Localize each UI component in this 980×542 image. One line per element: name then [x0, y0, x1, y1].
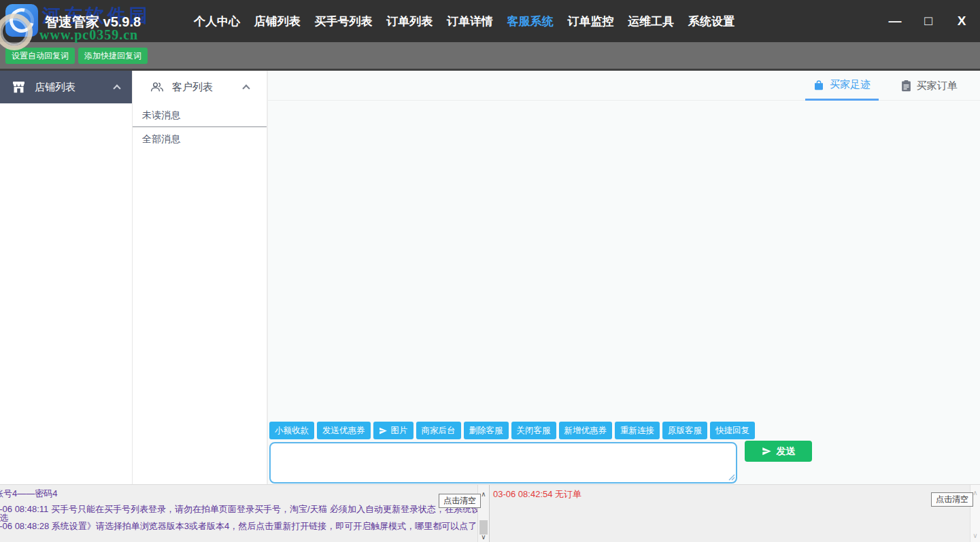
shop-list-header[interactable]: 店铺列表: [0, 71, 132, 103]
nav-item-shop-list[interactable]: 店铺列表: [254, 14, 301, 29]
tab-buyer-orders-label: 买家订单: [917, 80, 958, 92]
chat-toolbar: 小额收款 发送优惠券 图片 商家后台 删除客服 关闭客服 新增优惠券 重新连接 …: [269, 422, 755, 439]
nav-item-personal-center[interactable]: 个人中心: [194, 14, 240, 29]
buyer-info-tabbar: 买家足迹 买家订单: [268, 71, 980, 101]
nav-item-order-monitor[interactable]: 订单监控: [568, 14, 614, 29]
scrollbar-thumb[interactable]: [479, 520, 488, 535]
nav-item-ops-tools[interactable]: 运维工具: [628, 14, 674, 29]
clipboard-icon: [901, 80, 911, 92]
nav-item-buyer-account-list[interactable]: 买手号列表: [315, 14, 373, 29]
quick-action-bar: 设置自动回复词 添加快捷回复词: [0, 42, 980, 69]
log-line: 03-06 08:42:54 无订单: [493, 488, 581, 501]
scroll-down-icon[interactable]: ∨: [970, 532, 980, 539]
shop-list-title: 店铺列表: [35, 81, 75, 94]
clear-log-button-right[interactable]: 点击清空: [931, 492, 973, 507]
customer-list-panel: 客户列表 未读消息 全部消息: [133, 71, 267, 484]
divider: [489, 485, 490, 542]
shop-list-panel: 店铺列表: [0, 71, 133, 484]
window-controls: — □ X: [888, 0, 969, 42]
log-line: 3-06 08:48:11 买手号只能在买手号列表登录，请勿在拍单页面登录买手号…: [0, 503, 477, 515]
chat-area: 买家足迹 买家订单 小额收款 发送优惠券 图片 商家后台 删: [267, 71, 980, 484]
nav-item-system-settings[interactable]: 系统设置: [688, 14, 734, 29]
customer-list-title: 客户列表: [172, 81, 213, 94]
scroll-down-icon[interactable]: ∨: [478, 533, 489, 541]
customer-list-header[interactable]: 客户列表: [133, 71, 267, 103]
small-payment-button[interactable]: 小额收款: [269, 422, 314, 439]
tab-buyer-footprint-label: 买家足迹: [830, 78, 871, 91]
nav-item-customer-service[interactable]: 客服系统: [507, 14, 554, 29]
watermark-site-url: www.pc0359.cn: [39, 27, 138, 43]
original-service-button[interactable]: 原版客服: [662, 422, 707, 439]
send-button[interactable]: 发送: [745, 441, 812, 462]
minimize-button[interactable]: —: [888, 14, 902, 29]
add-quick-reply-button[interactable]: 添加快捷回复词: [78, 48, 148, 64]
paper-plane-icon: [762, 446, 772, 456]
tab-buyer-footprint[interactable]: 买家足迹: [805, 71, 879, 101]
status-log-area: 账号4——密码4 3-06 08:48:11 买手号只能在买手号列表登录，请勿在…: [0, 484, 980, 542]
chevron-up-icon[interactable]: [242, 84, 250, 92]
shopping-bag-icon: [813, 80, 824, 90]
order-log-panel: 03-06 08:42:54 无订单: [491, 485, 969, 542]
menu-item-unread-messages[interactable]: 未读消息: [133, 103, 267, 127]
system-log-panel: 账号4——密码4 3-06 08:48:11 买手号只能在买手号列表登录，请勿在…: [0, 485, 477, 542]
menu-item-all-messages[interactable]: 全部消息: [133, 127, 267, 151]
maximize-button[interactable]: □: [921, 14, 936, 29]
message-input-wrap: [269, 442, 737, 484]
send-button-label: 发送: [777, 445, 796, 458]
log-line: 账号4——密码4: [0, 488, 57, 500]
delete-service-button[interactable]: 删除客服: [464, 422, 509, 439]
message-input[interactable]: [269, 442, 737, 484]
tab-buyer-orders[interactable]: 买家订单: [891, 71, 967, 101]
quick-reply-button[interactable]: 快捷回复: [710, 422, 755, 439]
nav-item-order-list[interactable]: 订单列表: [386, 14, 433, 29]
close-button[interactable]: X: [954, 14, 969, 29]
new-coupon-button[interactable]: 新增优惠券: [559, 422, 613, 439]
close-service-button[interactable]: 关闭客服: [511, 422, 556, 439]
merchant-backend-button[interactable]: 商家后台: [416, 422, 461, 439]
storefront-icon: [12, 82, 25, 93]
people-icon: [150, 82, 164, 92]
nav-item-order-detail[interactable]: 订单详情: [447, 14, 493, 29]
clear-log-button-left[interactable]: 点击清空: [439, 494, 481, 508]
log-line: 3-06 08:48:28 系统设置》请选择拍单浏览器版本3或者版本4，然后点击…: [0, 520, 477, 532]
title-bar: 河东软件园 智速管家 v5.9.8 www.pc0359.cn 个人中心 店铺列…: [0, 0, 980, 42]
main-nav: 个人中心 店铺列表 买手号列表 订单列表 订单详情 客服系统 订单监控 运维工具…: [194, 0, 734, 42]
paper-plane-icon: [379, 426, 388, 435]
image-button-label: 图片: [391, 425, 408, 437]
chevron-up-icon[interactable]: [113, 84, 120, 92]
image-button[interactable]: 图片: [373, 422, 413, 439]
reconnect-button[interactable]: 重新连接: [615, 422, 660, 439]
send-coupon-button[interactable]: 发送优惠券: [317, 422, 371, 439]
